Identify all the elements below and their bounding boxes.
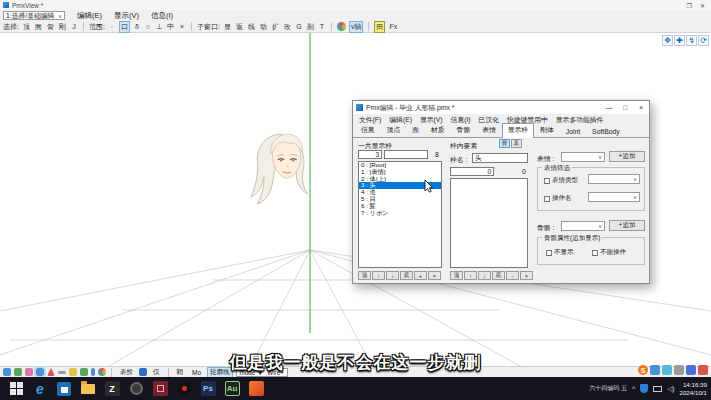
element-add-button[interactable]: + [506, 271, 519, 280]
fx-button[interactable]: Fx [388, 23, 398, 30]
range-clear-button[interactable]: × [178, 23, 186, 30]
frame-bottom-button[interactable]: 底 [400, 271, 413, 280]
display-icon[interactable] [653, 386, 662, 392]
taskbar-clock[interactable]: 14:16:39 2024/10/1 [679, 381, 707, 397]
start-button[interactable] [8, 381, 24, 397]
frame-listbox[interactable]: 0 : [Root] 1 : [表情] 2 : 体(上) 3 : 头 4 : 道… [358, 161, 442, 268]
select-vertex-button[interactable]: 顶 [22, 22, 31, 32]
menu-view[interactable]: 显示(V) [114, 11, 139, 21]
tray-chevron-icon[interactable]: ^ [632, 385, 635, 392]
clock-time: 14:16:39 [679, 381, 707, 389]
frame-add-button[interactable]: + [414, 271, 427, 280]
frame-down-button[interactable]: ↓ [386, 271, 399, 280]
subwin-button-3[interactable]: 线 [247, 22, 256, 32]
menu-edit[interactable]: 编辑(E) [77, 11, 102, 21]
tab-joint[interactable]: Joint [560, 126, 586, 137]
bone-combo[interactable]: ∨ [561, 221, 605, 231]
frame-up-button[interactable]: ↑ [372, 271, 385, 280]
frame-name-input[interactable] [384, 150, 428, 159]
element-down-button[interactable]: ↓ [478, 271, 491, 280]
bone-hide-checkbox-label: 不显示 [554, 248, 574, 257]
bone-lock-checkbox[interactable]: 不能操作 [592, 248, 626, 257]
dialog-close-icon[interactable]: × [633, 104, 649, 111]
tab-material[interactable]: 材质 [425, 123, 451, 137]
range-box-button[interactable]: 口 [119, 21, 130, 33]
speaker-icon[interactable]: ◁) [667, 385, 674, 393]
v-axis-button[interactable]: v轴 [349, 21, 364, 33]
morph-panel-combo[interactable]: ∨ [588, 192, 640, 202]
bone-hide-checkbox[interactable]: 不显示 [546, 248, 574, 257]
range-lasso-button[interactable]: δ [133, 23, 141, 30]
grid-view-icon[interactable]: 田 [374, 21, 385, 33]
range-circle-button[interactable]: ○ [144, 23, 152, 30]
element-delete-button[interactable]: × [520, 271, 533, 280]
tab-face[interactable]: 面 [406, 123, 425, 137]
dialog-minimize-icon[interactable]: — [601, 104, 617, 111]
frame-list-item[interactable]: 7 : リボン [359, 210, 441, 217]
photoshop-icon[interactable]: Ps [200, 381, 216, 397]
dialog-menu-plugins[interactable]: 显示多功能插件 [556, 115, 604, 125]
edge-browser-icon[interactable]: e [32, 381, 48, 397]
defender-shield-icon[interactable] [640, 384, 648, 393]
morph-add-button[interactable]: +追加 [609, 151, 645, 162]
tab-info[interactable]: 信息 [355, 123, 381, 137]
store-icon[interactable] [56, 381, 72, 397]
select-face-button[interactable]: 面 [34, 22, 43, 32]
subwin-button-9[interactable]: T [318, 23, 326, 30]
element-up-button[interactable]: ↑ [464, 271, 477, 280]
element-listbox[interactable] [450, 178, 528, 268]
recorder-app-icon[interactable] [176, 381, 192, 397]
tab-vertex[interactable]: 顶点 [381, 123, 407, 137]
subwin-button-8[interactable]: 副 [306, 22, 315, 32]
dialog-maximize-icon[interactable]: □ [617, 104, 633, 111]
element-index-input[interactable]: 0 [450, 167, 494, 176]
frame-delete-button[interactable]: × [428, 271, 441, 280]
range-line-button[interactable]: ⊥ [155, 23, 163, 31]
orange-app-icon[interactable] [248, 381, 264, 397]
tab-bone[interactable]: 骨骼 [451, 123, 477, 137]
desktop: PmxView * ❐ ✕ 1:选择/基础编辑 ∨ 编辑(E) 显示(V) 信息… [0, 0, 711, 400]
subwin-button-4[interactable]: 动 [259, 22, 268, 32]
frame-top-button[interactable]: 顶 [358, 271, 371, 280]
file-explorer-icon[interactable] [80, 381, 96, 397]
bone-add-button[interactable]: +追加 [609, 220, 645, 231]
red-app-icon[interactable] [152, 381, 168, 397]
morph-type-checkbox[interactable]: 表情类型 [544, 176, 578, 185]
morph-type-combo[interactable]: ∨ [588, 174, 640, 184]
element-morph-toggle[interactable]: 表 [511, 139, 522, 148]
range-point-button[interactable]: · [108, 23, 116, 30]
tab-rigidbody[interactable]: 刚体 [534, 123, 560, 137]
dialog-titlebar[interactable]: Pmx编辑 - 毕业 人形猫.pmx * — □ × [353, 101, 649, 114]
morph-combo[interactable]: ∨ [561, 152, 605, 162]
close-icon[interactable]: ✕ [700, 2, 705, 9]
z-app-icon[interactable]: Z [104, 381, 120, 397]
edit-mode-select[interactable]: 1:选择/基础编辑 ∨ [3, 11, 65, 20]
subwin-button-1[interactable]: 显 [223, 22, 232, 32]
ime-status[interactable]: 六十四编码:五 [589, 384, 627, 393]
character-head-model[interactable] [248, 131, 314, 209]
subwindow-group-label: 子窗口: [197, 22, 220, 32]
subwin-button-5[interactable]: 扩 [271, 22, 280, 32]
dark-circle-app-icon[interactable] [128, 381, 144, 397]
morph-panel-checkbox[interactable]: 操作名 [544, 194, 572, 203]
menu-info[interactable]: 信息(I) [151, 11, 173, 21]
subwin-button-6[interactable]: 改 [283, 22, 292, 32]
subwin-button-2[interactable]: 返 [235, 22, 244, 32]
select-bone-button[interactable]: 骨 [46, 22, 55, 32]
frame-index-input[interactable]: 3 [358, 150, 382, 159]
tab-display-frame[interactable]: 显示枠 [502, 123, 534, 138]
element-bone-toggle[interactable]: 骨 [499, 139, 510, 148]
checkbox-box-icon [546, 250, 552, 256]
rotation-sphere-icon[interactable] [337, 22, 346, 31]
select-rigid-button[interactable]: 刚 [58, 22, 67, 32]
subwin-button-7[interactable]: G [295, 23, 303, 30]
range-center-button[interactable]: 中 [166, 22, 175, 32]
restore-icon[interactable]: ❐ [687, 2, 692, 9]
frame-name-field[interactable]: 头 [472, 153, 528, 163]
element-top-button[interactable]: 顶 [450, 271, 463, 280]
tab-morph[interactable]: 表情 [476, 123, 502, 137]
select-joint-button[interactable]: J [70, 23, 78, 30]
audition-icon[interactable]: Au [224, 381, 240, 397]
element-bottom-button[interactable]: 底 [492, 271, 505, 280]
tab-softbody[interactable]: SoftBody [586, 126, 626, 137]
